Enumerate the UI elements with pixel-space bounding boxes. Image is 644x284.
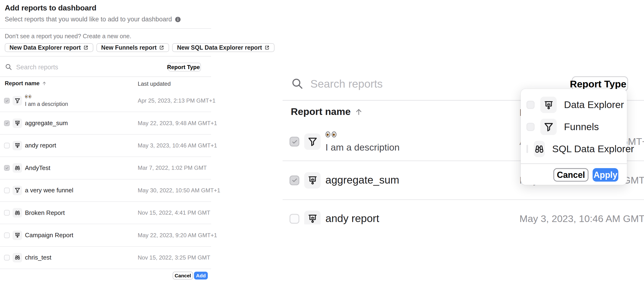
option-label: Data Explorer: [564, 99, 624, 110]
report-description: I am a description: [25, 101, 68, 107]
external-link-icon: [264, 45, 270, 50]
report-row[interactable]: andy reportMay 3, 2023, 10:46 AM GMT+1: [0, 135, 211, 157]
last-updated-value: May 22, 2023, 9:20 AM GMT+1: [138, 232, 217, 239]
add-reports-modal: Add reports to dashboard Select reports …: [282, 67, 644, 224]
external-link-icon: [159, 45, 164, 50]
cancel-button[interactable]: Cancel: [173, 272, 193, 280]
report-row[interactable]: I am a descriptionApr 25, 2023, 2:13 PM …: [0, 90, 211, 112]
last-updated-value: May 30, 2022, 10:50 AM GMT+1: [138, 187, 220, 194]
funnel-icon: [12, 186, 22, 195]
data-explorer-icon: [12, 230, 22, 240]
option-checkbox[interactable]: [526, 123, 534, 131]
data-explorer-icon: [12, 118, 22, 128]
magnified-preview-panel: Add reports to dashboard Select reports …: [282, 67, 644, 224]
search-input[interactable]: [16, 61, 150, 73]
divider: [0, 76, 211, 77]
row-checkbox[interactable]: [4, 255, 10, 260]
row-checkbox[interactable]: [4, 210, 10, 216]
data-explorer-icon: [304, 211, 320, 224]
create-buttons-row: New Data Explorer report New Funnels rep…: [5, 43, 274, 52]
last-updated-value: Nov 15, 2022, 4:41 PM GMT: [138, 210, 210, 216]
report-name: andy report: [25, 142, 56, 149]
option-checkbox[interactable]: [526, 145, 528, 153]
sql-data-explorer-icon: [12, 253, 22, 262]
new-data-explorer-report-button[interactable]: New Data Explorer report: [5, 43, 93, 52]
report-type-options: Data ExplorerFunnelsSQL Data Explorer: [521, 89, 627, 160]
funnel-icon: [304, 134, 320, 150]
report-row[interactable]: AndyTestMar 7, 2022, 1:02 PM GMT: [0, 157, 211, 179]
option-label: SQL Data Explorer: [552, 143, 634, 154]
last-updated-value: May 3, 2023, 10:46 AM GMT+1: [520, 213, 644, 224]
magnified-modal-content: Add reports to dashboard Select reports …: [282, 67, 644, 224]
row-checkbox[interactable]: [4, 98, 10, 104]
report-type-dropdown: Data ExplorerFunnelsSQL Data Explorer Ca…: [521, 89, 627, 185]
report-row[interactable]: aggregate_sumMay 22, 2023, 9:48 AM GMT+1: [0, 112, 211, 134]
report-row[interactable]: andy reportMay 3, 2023, 10:46 AM GMT+1: [282, 200, 644, 224]
divider: [0, 56, 211, 56]
report-name: chris_test: [25, 254, 51, 261]
row-checkbox[interactable]: [4, 143, 10, 148]
sort-ascending-icon: [42, 81, 47, 86]
last-updated-column-header[interactable]: Last updated: [138, 80, 171, 87]
funnel-icon: [12, 96, 22, 106]
row-checkbox[interactable]: [4, 120, 10, 126]
row-checkbox[interactable]: [4, 165, 10, 171]
search-input[interactable]: [310, 74, 540, 94]
report-row[interactable]: a very wee funnelMay 30, 2022, 10:50 AM …: [0, 180, 211, 202]
data-explorer-icon: [304, 172, 320, 188]
last-updated-value: May 22, 2023, 9:48 AM GMT+1: [138, 120, 217, 126]
report-name-column-header[interactable]: Report name: [5, 80, 47, 87]
row-checkbox[interactable]: [290, 137, 299, 146]
report-name: Campaign Report: [25, 232, 74, 239]
dropdown-apply-button[interactable]: Apply: [592, 168, 618, 182]
option-checkbox[interactable]: [526, 101, 534, 109]
sql-data-explorer-icon: [12, 163, 22, 173]
eyes-emoji-report-name: [25, 94, 68, 99]
report-row[interactable]: Campaign ReportMay 22, 2023, 9:20 AM GMT…: [0, 224, 211, 246]
info-icon[interactable]: [175, 16, 181, 22]
report-list: I am a descriptionApr 25, 2023, 2:13 PM …: [0, 90, 211, 269]
eyes-emoji-report-name: [326, 130, 400, 138]
report-row[interactable]: Broken ReportNov 15, 2022, 4:41 PM GMT: [0, 202, 211, 224]
last-updated-value: May 3, 2023, 10:46 AM GMT+1: [138, 142, 217, 149]
report-name: AndyTest: [25, 164, 50, 172]
page-subtitle: Select reports that you would like to ad…: [5, 16, 172, 23]
report-type-option[interactable]: SQL Data Explorer: [521, 138, 627, 160]
page-title: Add reports to dashboard: [5, 4, 96, 12]
row-checkbox[interactable]: [290, 175, 299, 185]
last-updated-value: Mar 7, 2022, 1:02 PM GMT: [138, 164, 207, 171]
search-icon: [291, 77, 304, 90]
report-name-column-header[interactable]: Report name: [291, 106, 363, 118]
report-type-option[interactable]: Data Explorer: [521, 94, 627, 116]
last-updated-value: Apr 25, 2023, 2:13 PM GMT+1: [138, 97, 216, 104]
search-icon: [5, 63, 12, 71]
option-label: Funnels: [564, 121, 599, 132]
new-sql-data-explorer-report-button[interactable]: New SQL Data Explorer report: [172, 43, 274, 52]
report-type-filter-button[interactable]: Report Type: [168, 63, 201, 72]
report-name: aggregate_sum: [326, 174, 400, 186]
row-checkbox[interactable]: [4, 232, 10, 238]
add-reports-modal: Add reports to dashboard Select reports …: [0, 0, 214, 284]
report-name: andy report: [326, 212, 379, 224]
report-name: aggregate_sum: [25, 120, 68, 127]
new-funnels-report-button[interactable]: New Funnels report: [96, 43, 169, 52]
sql-data-explorer-icon: [12, 208, 22, 218]
row-checkbox[interactable]: [4, 188, 10, 193]
external-link-icon: [83, 45, 88, 50]
report-name: Broken Report: [25, 209, 65, 216]
sql-data-explorer-icon: [534, 141, 545, 157]
data-explorer-icon: [540, 97, 556, 113]
row-checkbox[interactable]: [290, 214, 299, 224]
report-name: a very wee funnel: [25, 187, 74, 194]
add-button[interactable]: Add: [194, 272, 208, 280]
report-type-option[interactable]: Funnels: [521, 116, 627, 138]
create-prompt: Don't see a report you need? Create a ne…: [5, 33, 131, 40]
report-row[interactable]: chris_testNov 15, 2022, 3:25 PM GMT: [0, 247, 211, 269]
funnel-icon: [540, 119, 556, 135]
sort-ascending-icon: [354, 108, 363, 116]
divider: [0, 28, 211, 29]
dropdown-cancel-button[interactable]: Cancel: [553, 168, 588, 182]
last-updated-value: Nov 15, 2022, 3:25 PM GMT: [138, 254, 210, 261]
report-description: I am a description: [326, 142, 400, 153]
data-explorer-icon: [12, 141, 22, 150]
